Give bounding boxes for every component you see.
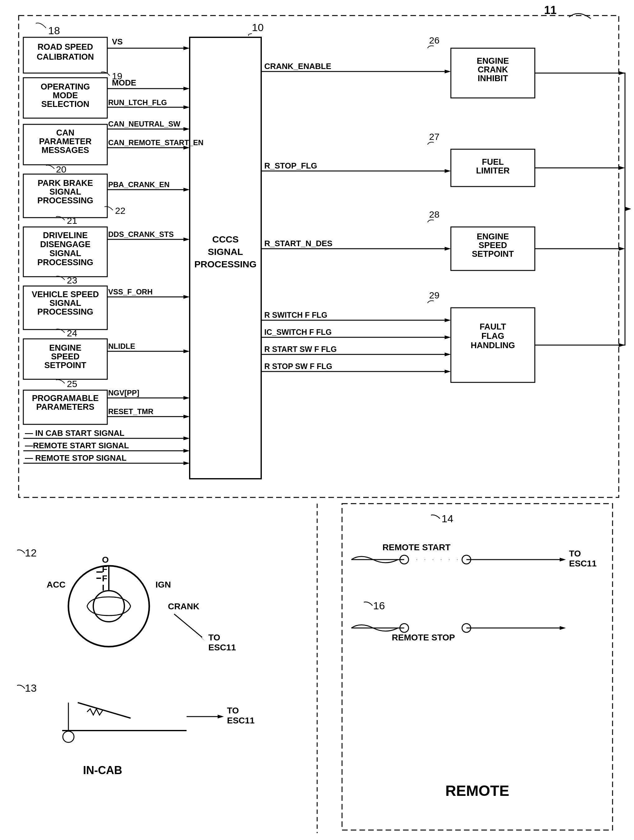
svg-marker-116	[619, 247, 625, 251]
svg-text:PROCESSING: PROCESSING	[37, 258, 93, 267]
svg-text:VS: VS	[112, 37, 123, 46]
svg-marker-106	[619, 166, 625, 170]
svg-text:CAN: CAN	[56, 128, 74, 137]
svg-marker-183	[560, 626, 566, 630]
svg-text:SETPOINT: SETPOINT	[472, 249, 514, 259]
svg-marker-38	[183, 188, 190, 191]
svg-text:REMOTE STOP: REMOTE STOP	[392, 633, 455, 642]
svg-marker-136	[625, 207, 631, 211]
svg-text:FLAG: FLAG	[481, 332, 504, 341]
svg-text:TO: TO	[227, 706, 239, 715]
svg-marker-90	[445, 69, 451, 73]
svg-text:SELECTION: SELECTION	[41, 99, 90, 109]
svg-text:SPEED: SPEED	[479, 241, 507, 250]
svg-text:R START SW F FLG: R START SW F FLG	[264, 345, 337, 354]
diagram-container: 11 18 ROAD SPEED CALIBRATION 19 VS OPERA…	[0, 0, 634, 840]
svg-text:21: 21	[67, 215, 77, 226]
svg-marker-123	[445, 335, 451, 339]
svg-text:R_STOP_FLG: R_STOP_FLG	[264, 161, 317, 171]
svg-text:18: 18	[48, 25, 60, 36]
svg-text:SETPOINT: SETPOINT	[44, 361, 87, 370]
svg-text:CRANK: CRANK	[477, 65, 508, 74]
svg-text:SIGNAL: SIGNAL	[49, 249, 81, 258]
svg-line-152	[174, 614, 202, 637]
svg-text:20: 20	[56, 164, 66, 174]
svg-point-159	[63, 731, 74, 742]
svg-text:27: 27	[429, 131, 440, 142]
svg-text:R SWITCH F FLG: R SWITCH F FLG	[264, 311, 327, 319]
svg-text:PROCESSING: PROCESSING	[194, 259, 256, 269]
svg-text:ESC11: ESC11	[569, 559, 597, 568]
svg-text:PARAMETERS: PARAMETERS	[36, 402, 94, 412]
svg-text:24: 24	[67, 328, 77, 338]
svg-text:—REMOTE START SIGNAL: —REMOTE START SIGNAL	[25, 441, 129, 450]
svg-text:R_START_N_DES: R_START_N_DES	[264, 239, 332, 248]
svg-text:PROCESSING: PROCESSING	[37, 196, 93, 205]
svg-text:IGN: IGN	[155, 580, 171, 589]
svg-text:25: 25	[67, 379, 77, 389]
svg-marker-16	[183, 87, 190, 90]
svg-marker-70	[183, 396, 190, 400]
svg-text:— IN CAB START SIGNAL: — IN CAB START SIGNAL	[25, 428, 124, 438]
svg-text:— REMOTE STOP SIGNAL: — REMOTE STOP SIGNAL	[25, 453, 126, 463]
svg-text:SIGNAL: SIGNAL	[49, 298, 81, 308]
svg-text:PBA_CRANK_EN: PBA_CRANK_EN	[108, 180, 169, 189]
svg-text:PARK BRAKE: PARK BRAKE	[38, 178, 93, 188]
svg-text:INHIBIT: INHIBIT	[477, 74, 508, 83]
svg-text:ESC11: ESC11	[227, 716, 255, 725]
svg-text:CALIBRATION: CALIBRATION	[37, 52, 94, 62]
svg-text:13: 13	[25, 682, 37, 694]
svg-text:DRIVELINE: DRIVELINE	[43, 231, 88, 240]
svg-text:IC_SWITCH F FLG: IC_SWITCH F FLG	[264, 328, 332, 336]
svg-text:PROCESSING: PROCESSING	[37, 307, 93, 316]
svg-marker-19	[183, 106, 190, 109]
svg-text:ENGINE: ENGINE	[477, 56, 509, 66]
svg-text:14: 14	[441, 513, 453, 524]
svg-marker-100	[445, 169, 451, 173]
svg-marker-26	[183, 127, 190, 131]
svg-text:F: F	[102, 564, 107, 574]
svg-text:FAULT: FAULT	[480, 322, 506, 332]
svg-text:FUEL: FUEL	[482, 157, 504, 167]
svg-marker-109	[445, 247, 451, 251]
svg-text:23: 23	[67, 275, 77, 286]
svg-marker-153	[201, 637, 205, 641]
svg-marker-73	[183, 415, 190, 418]
svg-text:NGV[PP]: NGV[PP]	[108, 388, 139, 397]
svg-text:CCCS: CCCS	[212, 234, 239, 244]
svg-text:29: 29	[429, 290, 440, 300]
svg-text:CAN_NEUTRAL_SW: CAN_NEUTRAL_SW	[108, 120, 180, 128]
svg-line-160	[78, 703, 131, 718]
svg-text:SIGNAL: SIGNAL	[208, 246, 243, 257]
svg-text:LIMITER: LIMITER	[476, 166, 510, 175]
svg-text:REMOTE START: REMOTE START	[383, 543, 451, 552]
svg-point-141	[93, 591, 124, 622]
svg-text:12: 12	[25, 547, 37, 559]
svg-text:ROAD SPEED: ROAD SPEED	[38, 42, 93, 52]
svg-text:ENGINE: ENGINE	[49, 343, 81, 352]
svg-text:ESC11: ESC11	[208, 643, 236, 652]
svg-text:MODE: MODE	[112, 78, 136, 87]
main-diagram-svg: 11 18 ROAD SPEED CALIBRATION 19 VS OPERA…	[0, 0, 634, 840]
svg-marker-174	[560, 558, 566, 561]
svg-text:MESSAGES: MESSAGES	[41, 145, 89, 155]
svg-text:F: F	[102, 573, 107, 583]
svg-text:PARAMETER: PARAMETER	[39, 137, 92, 146]
svg-text:ACC: ACC	[47, 580, 66, 589]
svg-text:RUN_LTCH_FLG: RUN_LTCH_FLG	[108, 98, 167, 107]
svg-marker-126	[445, 352, 451, 356]
svg-text:IN-CAB: IN-CAB	[83, 764, 122, 777]
svg-marker-129	[445, 369, 451, 373]
svg-rect-0	[19, 16, 619, 497]
svg-text:DDS_CRANK_STS: DDS_CRANK_STS	[108, 230, 174, 238]
svg-text:OPERATING: OPERATING	[41, 82, 90, 92]
svg-text:28: 28	[429, 209, 440, 219]
svg-text:11: 11	[544, 4, 557, 16]
svg-text:PROGRAMABLE: PROGRAMABLE	[32, 393, 99, 403]
svg-text:ENGINE: ENGINE	[477, 232, 509, 241]
svg-text:REMOTE: REMOTE	[445, 783, 509, 799]
svg-text:R STOP SW F FLG: R STOP SW F FLG	[264, 362, 332, 371]
svg-marker-47	[183, 237, 190, 241]
svg-text:SPEED: SPEED	[51, 352, 80, 361]
svg-text:TO: TO	[208, 633, 220, 642]
